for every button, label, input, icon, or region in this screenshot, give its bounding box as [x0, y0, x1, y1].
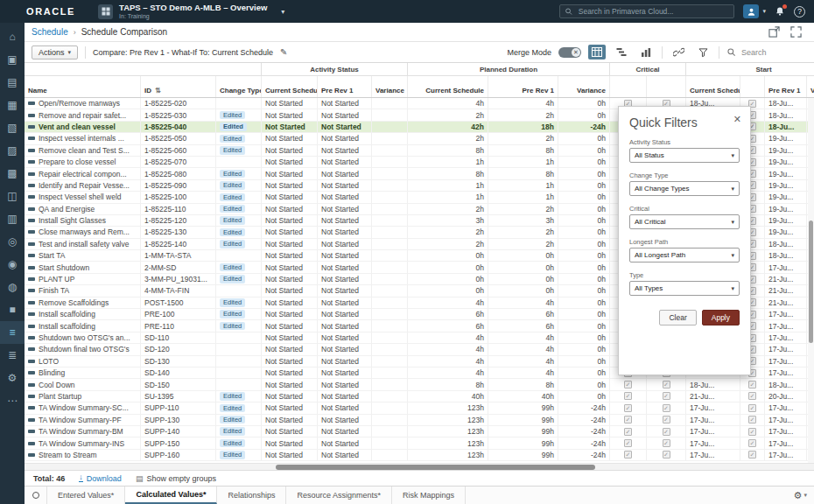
close-icon[interactable]: ✕: [733, 114, 741, 125]
sidebar-item-activity-feed[interactable]: ▣: [0, 48, 25, 71]
sidebar-item-files[interactable]: ▧: [0, 116, 25, 139]
table-row[interactable]: TA Window Summary-BMSUPP-140EditedNot St…: [25, 426, 814, 438]
show-empty-groups-toggle[interactable]: ▤ Show empty groups: [136, 474, 216, 483]
dur-prev-cell: 8h: [488, 168, 558, 178]
sidebar-item-home[interactable]: ⌂: [0, 25, 25, 48]
sidebar-item-warehouse[interactable]: ■: [0, 298, 25, 321]
detach-window-icon[interactable]: [768, 26, 780, 38]
table-search-input[interactable]: [740, 47, 801, 58]
horizontal-scrollbar[interactable]: [25, 463, 814, 470]
notifications-button[interactable]: [775, 6, 785, 17]
sort-icon[interactable]: ⇅: [155, 87, 161, 94]
sidebar-item-logs[interactable]: ≣: [0, 344, 25, 367]
breadcrumb: Schedule › Schedule Comparison: [25, 23, 814, 42]
sidebar-item-reports[interactable]: ▥: [0, 207, 25, 230]
tab-settings-button[interactable]: ⚙ ▾: [794, 486, 814, 504]
breadcrumb-schedule-link[interactable]: Schedule: [32, 27, 68, 37]
sidebar-item-settings[interactable]: ⚙: [0, 367, 25, 389]
dur-var-cell: 0h: [558, 285, 610, 296]
merge-mode-toggle[interactable]: ✕: [558, 47, 581, 58]
column-header-critical-current[interactable]: [610, 76, 647, 97]
column-header-pd-prerev1[interactable]: Pre Rev 1: [488, 76, 558, 97]
column-header-as-current[interactable]: Current Schedule: [262, 76, 318, 97]
filter-activity-status-select[interactable]: All Status ▾: [629, 148, 740, 163]
checkbox-icon: ✓: [663, 404, 670, 412]
edit-comparison-icon[interactable]: ✎: [280, 47, 287, 57]
filter-type-select[interactable]: All Types ▾: [629, 281, 740, 296]
sidebar-item-objectives[interactable]: ◉: [0, 253, 25, 276]
sidebar-item-team[interactable]: ◍: [0, 276, 25, 298]
help-button[interactable]: ?: [794, 6, 805, 18]
table-row[interactable]: TA Window Summary-PFSUPP-130EditedNot St…: [25, 415, 814, 426]
clear-button[interactable]: Clear: [659, 310, 696, 326]
workspace-icon[interactable]: [98, 4, 113, 19]
activity-name-cell: Stream to Stream: [25, 450, 141, 460]
sidebar-item-resources[interactable]: ◫: [0, 185, 25, 207]
link-button[interactable]: [670, 45, 687, 60]
dur-var-cell: 0h: [558, 332, 610, 343]
column-header-pd-current[interactable]: Current Schedule: [408, 76, 488, 97]
view-table-button[interactable]: [588, 45, 606, 60]
column-header-id[interactable]: ID ⇅: [141, 76, 216, 97]
view-gantt-button[interactable]: [613, 45, 630, 60]
filter-button[interactable]: [694, 45, 712, 60]
view-histogram-button[interactable]: [637, 45, 655, 60]
apply-button[interactable]: Apply: [702, 310, 740, 326]
sidebar-item-more[interactable]: ⋯: [0, 389, 25, 412]
table-row[interactable]: Plant StartupSU-1395EditedNot StartedNot…: [25, 391, 814, 402]
start-cur-cell: 18-Ju...: [686, 379, 740, 389]
activity-icon: [28, 230, 35, 234]
checkbox-cell: ✓: [610, 450, 647, 460]
tab-relationships[interactable]: Relationships: [217, 486, 286, 504]
id-cell: 1-85225-140: [141, 239, 216, 249]
filter-critical-select[interactable]: All Critical ▾: [629, 214, 740, 229]
activity-name-cell: Inspect vessel internals ...: [25, 133, 141, 144]
start-prev-cell: 19-Ju...: [765, 215, 807, 226]
table-row[interactable]: Cool DownSD-150Not StartedNot Started8h8…: [25, 379, 814, 390]
filter-change-type-select[interactable]: All Change Types ▾: [629, 181, 740, 196]
table-row[interactable]: TA Window Summary-INSSUPP-150EditedNot S…: [25, 438, 814, 449]
sidebar-item-schedule[interactable]: ≡: [0, 321, 25, 344]
column-header-critical-prerev1[interactable]: [647, 76, 686, 97]
id-cell: SUPP-130: [141, 415, 216, 425]
vertical-scrollbar[interactable]: [808, 98, 814, 463]
download-link[interactable]: ↓ Download: [79, 474, 122, 483]
sidebar-item-analytics[interactable]: ◎: [0, 230, 25, 253]
tab-calculated-values[interactable]: Calculated Values*: [125, 486, 217, 504]
column-header-change-type[interactable]: Change Type: [216, 76, 262, 97]
gantt-view-icon: [616, 47, 627, 57]
total-count-label: Total: 46: [33, 474, 65, 483]
user-caret-icon[interactable]: ▾: [762, 8, 766, 15]
as-var-cell: [372, 145, 408, 156]
table-row[interactable]: TA Window Summary-SC...SUPP-110EditedNot…: [25, 402, 814, 414]
table-row[interactable]: Stream to StreamSUPP-160EditedNot Starte…: [25, 450, 814, 461]
column-header-longest-path[interactable]: [740, 76, 765, 97]
fullscreen-icon[interactable]: [790, 26, 802, 38]
tab-options-button[interactable]: [25, 486, 47, 504]
column-header-pd-variance[interactable]: Variance: [558, 76, 610, 97]
sidebar-item-portfolios[interactable]: ▤: [0, 71, 25, 94]
user-avatar[interactable]: [743, 4, 759, 18]
global-search[interactable]: [559, 4, 734, 18]
tab-risk-mappings[interactable]: Risk Mappings: [392, 486, 466, 504]
as-cur-cell: Not Started: [262, 98, 318, 108]
column-header-as-prerev1[interactable]: Pre Rev 1: [318, 76, 372, 97]
global-search-input[interactable]: [577, 6, 730, 17]
tab-entered-values[interactable]: Entered Values*: [47, 486, 125, 504]
table-search[interactable]: [726, 47, 807, 58]
workspace-caret-icon[interactable]: ▾: [281, 8, 284, 16]
sidebar-item-dashboards[interactable]: ▦: [0, 94, 25, 116]
tab-resource-assignments[interactable]: Resource Assignments*: [286, 486, 392, 504]
filter-longest-path-select[interactable]: All Longest Path ▾: [629, 248, 740, 262]
column-header-start-current[interactable]: Current Schedule: [686, 76, 740, 97]
as-prev-cell: Not Started: [318, 309, 372, 319]
column-header-as-variance[interactable]: Variance: [372, 76, 408, 97]
column-header-start-prerev1[interactable]: Pre Rev 1: [765, 76, 807, 97]
sidebar-item-calendar[interactable]: ▩: [0, 162, 25, 185]
horizontal-scrollbar-thumb[interactable]: [276, 465, 595, 470]
column-header-start-variance[interactable]: Variance: [807, 76, 814, 97]
actions-button[interactable]: Actions ▾: [32, 46, 78, 60]
sidebar-item-tasks[interactable]: ▨: [0, 139, 25, 162]
vertical-scrollbar-thumb[interactable]: [809, 220, 813, 343]
column-header-name[interactable]: Name: [25, 76, 141, 97]
